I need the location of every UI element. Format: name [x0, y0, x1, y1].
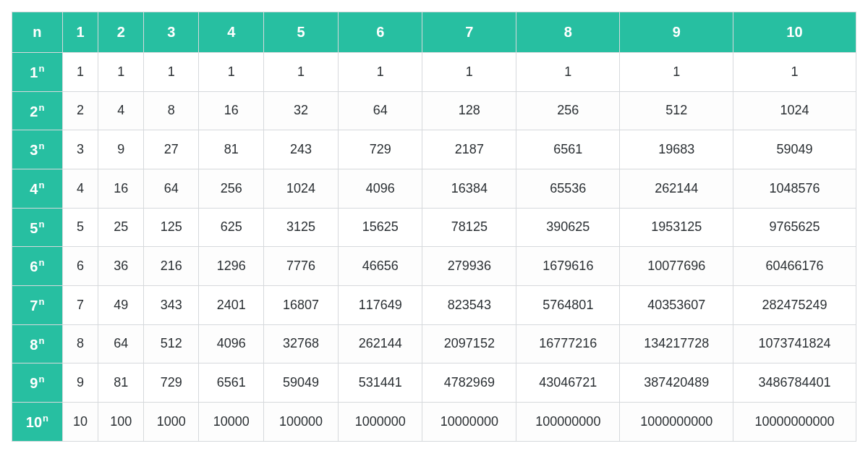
cell-value: 4096: [199, 324, 264, 363]
cell-value: 1679616: [516, 247, 620, 286]
cell-value: 49: [98, 285, 144, 324]
cell-value: 4: [98, 91, 144, 130]
cell-value: 25: [98, 208, 144, 247]
cell-value: 1: [98, 53, 144, 92]
cell-value: 1: [733, 53, 856, 92]
cell-value: 7776: [264, 247, 339, 286]
cell-value: 64: [98, 324, 144, 363]
cell-value: 64: [144, 169, 199, 208]
cell-value: 387420489: [620, 363, 733, 403]
cell-value: 1073741824: [733, 324, 856, 363]
table-body: 1n11111111112n24816326412825651210243n39…: [12, 53, 856, 442]
cell-value: 59049: [264, 363, 339, 403]
row-head-base-label: 6: [30, 258, 38, 274]
cell-value: 60466176: [733, 247, 856, 286]
cell-value: 6561: [199, 363, 264, 403]
cell-value: 5764801: [516, 285, 620, 324]
cell-value: 16: [199, 91, 264, 130]
cell-value: 46656: [339, 247, 422, 286]
cell-value: 9: [62, 363, 98, 403]
cell-value: 81: [199, 130, 264, 169]
cell-value: 36: [98, 247, 144, 286]
corner-header: n: [12, 12, 63, 53]
cell-value: 3125: [264, 208, 339, 247]
row-head-exp-label: n: [38, 374, 44, 384]
cell-value: 1000000: [339, 402, 422, 441]
cell-value: 10: [62, 402, 98, 441]
cell-value: 729: [339, 130, 422, 169]
cell-value: 512: [620, 91, 733, 130]
cell-value: 19683: [620, 130, 733, 169]
col-head-5: 5: [264, 12, 339, 53]
cell-value: 9765625: [733, 208, 856, 247]
cell-value: 729: [144, 363, 199, 403]
cell-value: 3486784401: [733, 363, 856, 403]
col-head-8: 8: [516, 12, 620, 53]
cell-value: 134217728: [620, 324, 733, 363]
row-head-base-5: 5n: [12, 208, 63, 247]
row-head-base-6: 6n: [12, 247, 63, 286]
cell-value: 4096: [339, 169, 422, 208]
cell-value: 512: [144, 324, 199, 363]
row-head-exp-label: n: [38, 63, 44, 74]
table-row: 2n2481632641282565121024: [12, 91, 856, 130]
table-row: 3n392781243729218765611968359049: [12, 130, 856, 169]
cell-value: 262144: [620, 169, 733, 208]
cell-value: 6561: [516, 130, 620, 169]
cell-value: 59049: [733, 130, 856, 169]
cell-value: 10000000: [422, 402, 516, 441]
row-head-exp-label: n: [38, 335, 44, 346]
cell-value: 343: [144, 285, 199, 324]
row-head-exp-label: n: [38, 102, 44, 113]
row-head-base-label: 1: [30, 64, 38, 80]
cell-value: 1: [264, 53, 339, 92]
cell-value: 40353607: [620, 285, 733, 324]
cell-value: 531441: [339, 363, 422, 403]
row-head-base-label: 5: [30, 219, 38, 235]
cell-value: 2: [62, 91, 98, 130]
row-head-base-3: 3n: [12, 130, 63, 169]
cell-value: 10000000000: [733, 402, 856, 441]
row-head-exp-label: n: [38, 180, 44, 190]
cell-value: 10077696: [620, 247, 733, 286]
cell-value: 1953125: [620, 208, 733, 247]
row-head-base-label: 7: [30, 298, 38, 314]
row-head-base-7: 7n: [12, 285, 63, 324]
col-head-10: 10: [733, 12, 856, 53]
col-head-9: 9: [620, 12, 733, 53]
cell-value: 1000: [144, 402, 199, 441]
cell-value: 4: [62, 169, 98, 208]
row-head-base-label: 8: [30, 336, 38, 352]
cell-value: 279936: [422, 247, 516, 286]
header-row: n 1 2 3 4 5 6 7 8 9 10: [12, 12, 856, 53]
cell-value: 1: [422, 53, 516, 92]
cell-value: 216: [144, 247, 199, 286]
cell-value: 16: [98, 169, 144, 208]
cell-value: 823543: [422, 285, 516, 324]
row-head-base-label: 9: [30, 375, 38, 391]
row-head-base-label: 10: [26, 414, 42, 430]
cell-value: 100000000: [516, 402, 620, 441]
cell-value: 1: [62, 53, 98, 92]
table-row: 6n63621612967776466562799361679616100776…: [12, 247, 856, 286]
cell-value: 27: [144, 130, 199, 169]
cell-value: 1: [339, 53, 422, 92]
row-head-exp-label: n: [38, 257, 44, 268]
cell-value: 262144: [339, 324, 422, 363]
powers-table: n 1 2 3 4 5 6 7 8 9 10 1n11111111112n248…: [12, 12, 856, 442]
cell-value: 390625: [516, 208, 620, 247]
row-head-exp-label: n: [38, 140, 44, 151]
cell-value: 1: [516, 53, 620, 92]
row-head-base-1: 1n: [12, 53, 63, 92]
cell-value: 625: [199, 208, 264, 247]
row-head-base-2: 2n: [12, 91, 63, 130]
cell-value: 32: [264, 91, 339, 130]
cell-value: 5: [62, 208, 98, 247]
row-head-base-10: 10n: [12, 402, 63, 441]
cell-value: 1024: [733, 91, 856, 130]
table-row: 4n41664256102440961638465536262144104857…: [12, 169, 856, 208]
cell-value: 16807: [264, 285, 339, 324]
cell-value: 8: [144, 91, 199, 130]
cell-value: 1048576: [733, 169, 856, 208]
cell-value: 3: [62, 130, 98, 169]
